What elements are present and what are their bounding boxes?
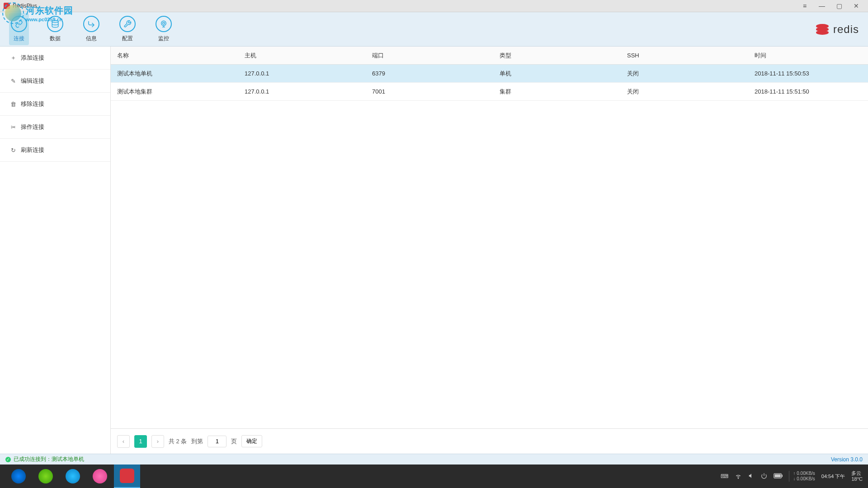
- plus-icon: ＋: [10, 54, 16, 62]
- table-row[interactable]: 测试本地单机 127.0.0.1 6379 单机 关闭 2018-11-11 1…: [111, 65, 868, 83]
- camera-icon: [156, 16, 172, 32]
- tab-config[interactable]: 配置: [118, 13, 137, 45]
- page-prev-button[interactable]: ‹: [117, 435, 130, 448]
- taskbar-app-browser[interactable]: [33, 465, 59, 488]
- cell-type: 集群: [493, 88, 621, 96]
- success-icon: ✓: [5, 457, 11, 462]
- cell-ssh: 关闭: [621, 88, 748, 96]
- version-label: Version 3.0.0: [831, 456, 863, 463]
- wrench-icon: [119, 16, 136, 32]
- sidebar-item-label: 操作连接: [21, 123, 44, 131]
- col-header-host[interactable]: 主机: [238, 52, 366, 60]
- close-button[interactable]: ✕: [848, 1, 864, 10]
- weather-temp: 18°C: [851, 476, 863, 482]
- link-icon: [11, 16, 27, 32]
- taskbar-app-qq[interactable]: [60, 465, 86, 488]
- net-up: ↑ 0.00KB/s: [793, 471, 815, 476]
- cell-type: 单机: [493, 70, 621, 78]
- app-icon: [4, 3, 10, 9]
- cell-ssh: 关闭: [621, 70, 748, 78]
- power-icon[interactable]: [761, 473, 767, 480]
- database-icon: [47, 16, 63, 32]
- page-next-button[interactable]: ›: [151, 435, 164, 448]
- redis-logo: redis: [815, 23, 859, 36]
- total-count: 共 2 条: [169, 437, 187, 446]
- keyboard-icon[interactable]: ⌨: [721, 473, 728, 479]
- pencil-icon: ✎: [10, 78, 16, 84]
- col-header-ssh[interactable]: SSH: [621, 52, 748, 59]
- taskbar-app-redisplus[interactable]: [114, 465, 140, 488]
- sidebar-item-label: 刷新连接: [21, 146, 44, 154]
- sidebar: ＋ 添加连接 ✎ 编辑连接 🗑 移除连接 ✂ 操作连接 ↻ 刷新连接: [0, 47, 111, 454]
- redis-logo-text: redis: [833, 23, 859, 36]
- col-header-time[interactable]: 时间: [748, 52, 868, 60]
- goto-confirm-button[interactable]: 确定: [241, 435, 262, 447]
- col-header-name[interactable]: 名称: [111, 52, 238, 60]
- svg-point-2: [163, 22, 165, 24]
- wifi-icon[interactable]: [735, 472, 742, 481]
- clock[interactable]: 04:54 下午: [821, 473, 845, 480]
- sidebar-item-refresh[interactable]: ↻ 刷新连接: [0, 139, 110, 162]
- maximize-button[interactable]: ▢: [831, 1, 847, 10]
- sidebar-item-edit[interactable]: ✎ 编辑连接: [0, 70, 110, 93]
- sidebar-item-add[interactable]: ＋ 添加连接: [0, 47, 110, 70]
- main-toolbar: 连接 数据 信息 配置 监控 redis: [0, 12, 868, 47]
- net-down: ↓ 0.00KB/s: [793, 476, 815, 482]
- page-number-button[interactable]: 1: [134, 435, 147, 448]
- sidebar-item-operate[interactable]: ✂ 操作连接: [0, 116, 110, 139]
- weather-text: 多云: [851, 470, 863, 476]
- table-row[interactable]: 测试本地集群 127.0.0.1 7001 集群 关闭 2018-11-11 1…: [111, 83, 868, 101]
- os-taskbar: ⌨ ↑ 0.00KB/s ↓ 0.00KB/s 04:54 下午 多云 18°C: [0, 465, 868, 488]
- svg-point-1: [161, 21, 166, 26]
- tab-info[interactable]: 信息: [81, 13, 101, 45]
- svg-point-6: [738, 478, 739, 478]
- cell-time: 2018-11-11 15:51:50: [748, 88, 868, 95]
- connection-table: 名称 主机 端口 类型 SSH 时间 测试本地单机 127.0.0.1 6379…: [111, 47, 868, 428]
- tab-label: 数据: [50, 35, 61, 42]
- cell-port: 6379: [366, 70, 493, 77]
- tab-label: 信息: [86, 35, 97, 42]
- sidebar-item-label: 移除连接: [21, 100, 44, 108]
- cell-name: 测试本地集群: [111, 88, 238, 96]
- tab-label: 监控: [158, 35, 169, 42]
- cell-time: 2018-11-11 15:50:53: [748, 70, 868, 77]
- taskbar-app-launcher[interactable]: [5, 465, 32, 488]
- tab-monitor[interactable]: 监控: [154, 13, 174, 45]
- trash-icon: 🗑: [10, 101, 16, 108]
- svg-point-0: [52, 21, 58, 23]
- cell-name: 测试本地单机: [111, 70, 238, 78]
- cell-host: 127.0.0.1: [238, 70, 366, 77]
- sidebar-item-remove[interactable]: 🗑 移除连接: [0, 93, 110, 116]
- col-header-type[interactable]: 类型: [493, 52, 621, 60]
- tab-connection[interactable]: 连接: [9, 13, 29, 45]
- svg-point-5: [816, 30, 829, 35]
- tab-label: 连接: [14, 35, 24, 42]
- content-area: 名称 主机 端口 类型 SSH 时间 测试本地单机 127.0.0.1 6379…: [111, 47, 868, 454]
- table-header: 名称 主机 端口 类型 SSH 时间: [111, 47, 868, 65]
- col-header-port[interactable]: 端口: [366, 52, 493, 60]
- battery-icon[interactable]: [774, 473, 783, 480]
- goto-prefix: 到第: [191, 437, 203, 446]
- window-titlebar: RedisPlus ≡ — ▢ ✕: [0, 0, 868, 12]
- page-input[interactable]: [208, 436, 226, 447]
- menu-button[interactable]: ≡: [797, 1, 813, 10]
- info-icon: [83, 16, 99, 32]
- cell-port: 7001: [366, 88, 493, 95]
- cell-host: 127.0.0.1: [238, 88, 366, 95]
- window-title: RedisPlus: [13, 3, 37, 9]
- tab-data[interactable]: 数据: [45, 13, 65, 45]
- minimize-button[interactable]: —: [814, 1, 830, 10]
- network-stats[interactable]: ↑ 0.00KB/s ↓ 0.00KB/s: [789, 471, 815, 482]
- scissors-icon: ✂: [10, 124, 16, 131]
- weather[interactable]: 多云 18°C: [851, 470, 863, 482]
- svg-rect-10: [775, 474, 781, 477]
- status-message: 已成功连接到：测试本地单机: [14, 455, 84, 463]
- taskbar-app-monitor[interactable]: [87, 465, 113, 488]
- refresh-icon: ↻: [10, 147, 16, 154]
- volume-icon[interactable]: [748, 473, 755, 480]
- status-bar: ✓ 已成功连接到：测试本地单机 Version 3.0.0: [0, 454, 868, 465]
- sidebar-item-label: 编辑连接: [21, 77, 44, 85]
- redis-cube-icon: [815, 23, 830, 35]
- tab-label: 配置: [122, 35, 133, 42]
- page-suffix: 页: [231, 437, 237, 446]
